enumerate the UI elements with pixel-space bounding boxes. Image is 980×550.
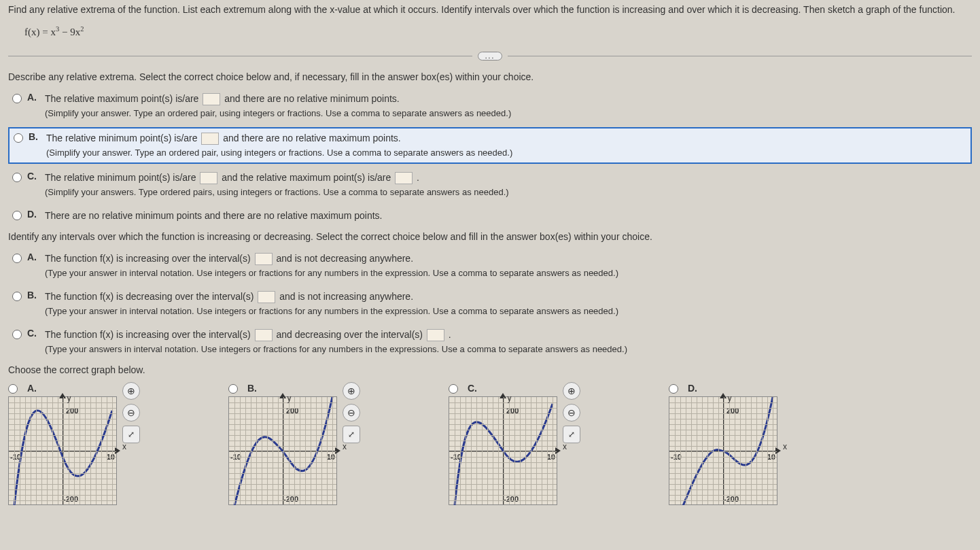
q1-choice-c[interactable]: C. The relative minimum point(s) is/are … bbox=[8, 168, 972, 202]
radio-q3-a[interactable] bbox=[8, 384, 18, 394]
text: The relative maximum point(s) is/are bbox=[45, 93, 201, 104]
choice-label: B. bbox=[27, 290, 39, 300]
graph-d[interactable]: 200 -200 -10 10 x y bbox=[669, 396, 777, 505]
tick-yneg: -200 bbox=[63, 495, 78, 503]
choice-label: A. bbox=[27, 383, 39, 394]
zoom-in-icon[interactable]: ⊕ bbox=[563, 382, 580, 400]
choice-label: C. bbox=[27, 171, 39, 182]
zoom-in-icon[interactable]: ⊕ bbox=[122, 382, 140, 400]
choice-label: C. bbox=[468, 383, 480, 394]
text: and decreasing over the interval(s) bbox=[276, 329, 425, 340]
radio-q3-c[interactable] bbox=[449, 384, 458, 394]
choice-label: D. bbox=[27, 209, 39, 220]
hint: (Type your answer in interval notation. … bbox=[45, 306, 618, 316]
q2-prompt: Identify any intervals over which the fu… bbox=[8, 231, 972, 242]
q1-prompt: Describe any relative extrema. Select th… bbox=[8, 71, 972, 82]
text: The relative minimum point(s) is/are bbox=[46, 133, 200, 143]
expand-icon[interactable]: ⤢ bbox=[122, 426, 140, 443]
expand-icon[interactable]: ⤢ bbox=[343, 426, 360, 443]
radio-q1-a[interactable] bbox=[12, 94, 22, 103]
radio-q3-d[interactable] bbox=[669, 384, 678, 394]
expand-icon[interactable]: ⤢ bbox=[563, 426, 580, 443]
graph-a[interactable]: 200 -200 -10 10 x y bbox=[8, 396, 117, 505]
axis-y-label: y bbox=[727, 394, 731, 403]
radio-q2-c[interactable] bbox=[12, 330, 22, 339]
text: The function f(x) is increasing over the… bbox=[45, 253, 253, 264]
choice-label: C. bbox=[27, 328, 39, 339]
more-button[interactable]: ... bbox=[478, 52, 502, 61]
graph-option-b: B. 200 -200 -10 10 x y ⊕ ⊖ bbox=[228, 382, 360, 505]
choice-label: B. bbox=[247, 383, 260, 394]
answer-input[interactable] bbox=[427, 329, 444, 341]
axis-x-label: x bbox=[783, 442, 787, 451]
q3-prompt: Choose the correct graph below. bbox=[8, 364, 972, 375]
radio-q2-b[interactable] bbox=[12, 292, 22, 301]
radio-q1-c[interactable] bbox=[12, 173, 22, 182]
graph-b[interactable]: 200 -200 -10 10 x y bbox=[228, 396, 337, 505]
text: The function f(x) is increasing over the… bbox=[45, 329, 253, 340]
q1-choice-d[interactable]: D. There are no relative minimum points … bbox=[8, 206, 972, 226]
zoom-in-icon[interactable]: ⊕ bbox=[343, 382, 360, 400]
answer-input[interactable] bbox=[255, 329, 273, 341]
q2-choice-b[interactable]: B. The function f(x) is decreasing over … bbox=[8, 287, 972, 321]
graph-option-d: D. 200 -200 -10 10 x y bbox=[669, 382, 777, 505]
q1-choice-b[interactable]: B. The relative minimum point(s) is/are … bbox=[8, 127, 972, 164]
text: There are no relative minimum points and… bbox=[45, 210, 382, 221]
choice-text: The relative minimum point(s) is/are and… bbox=[45, 171, 968, 199]
text: and is not decreasing anywhere. bbox=[276, 253, 413, 264]
divider-line bbox=[8, 56, 472, 56]
hint: (Simplify your answer. Type an ordered p… bbox=[46, 148, 512, 158]
axis-x-label: x bbox=[122, 442, 126, 451]
text: . bbox=[417, 172, 419, 183]
tick-yneg: -200 bbox=[283, 495, 298, 503]
divider: ... bbox=[8, 52, 972, 61]
hint: (Simplify your answer. Type an ordered p… bbox=[45, 108, 511, 118]
answer-input[interactable] bbox=[395, 172, 413, 184]
tick-yneg: -200 bbox=[504, 495, 519, 503]
graph-option-c: C. 200 -200 -10 10 x y ⊕ ⊖ bbox=[449, 382, 580, 505]
choice-label: A. bbox=[27, 252, 39, 262]
answer-input[interactable] bbox=[203, 93, 220, 105]
answer-input[interactable] bbox=[258, 291, 275, 303]
zoom-out-icon[interactable]: ⊖ bbox=[343, 404, 360, 422]
zoom-out-icon[interactable]: ⊖ bbox=[122, 404, 140, 422]
radio-q2-a[interactable] bbox=[12, 254, 22, 263]
q2-choice-c[interactable]: C. The function f(x) is increasing over … bbox=[8, 325, 972, 359]
tick-yneg: -200 bbox=[724, 495, 739, 503]
text: and is not increasing anywhere. bbox=[279, 291, 413, 302]
axis-y-label: y bbox=[507, 394, 511, 403]
axis-x-label: x bbox=[343, 442, 347, 451]
choice-text: The function f(x) is increasing over the… bbox=[45, 252, 968, 280]
text: The relative minimum point(s) is/are bbox=[45, 172, 198, 183]
graph-c[interactable]: 200 -200 -10 10 x y bbox=[449, 396, 557, 505]
graph-option-a: A. 200 -200 -10 10 x y ⊕ ⊖ bbox=[8, 382, 140, 505]
choice-label: D. bbox=[688, 383, 700, 394]
choice-text: The relative minimum point(s) is/are and… bbox=[46, 131, 966, 160]
radio-q3-b[interactable] bbox=[228, 384, 238, 394]
answer-input[interactable] bbox=[200, 172, 217, 184]
hint: (Type your answer in interval notation. … bbox=[45, 268, 618, 278]
q2-choice-a[interactable]: A. The function f(x) is increasing over … bbox=[8, 249, 972, 283]
problem-intro: Find any relative extrema of the functio… bbox=[8, 0, 972, 22]
divider-line bbox=[508, 56, 972, 56]
choice-text: The function f(x) is decreasing over the… bbox=[45, 290, 968, 318]
answer-input[interactable] bbox=[201, 133, 219, 145]
text: and there are no relative minimum points… bbox=[224, 93, 400, 104]
text: and the relative maximum point(s) is/are bbox=[222, 172, 393, 183]
choice-text: The relative maximum point(s) is/are and… bbox=[45, 92, 968, 120]
choice-text: The function f(x) is increasing over the… bbox=[45, 328, 968, 356]
q1-choice-a[interactable]: A. The relative maximum point(s) is/are … bbox=[8, 89, 972, 123]
function-formula: f(x) = x3 − 9x2 bbox=[8, 22, 972, 46]
radio-q1-b[interactable] bbox=[14, 133, 23, 143]
hint: (Simplify your answers. Type ordered pai… bbox=[45, 187, 509, 197]
choice-label: A. bbox=[27, 92, 39, 103]
answer-input[interactable] bbox=[255, 253, 273, 265]
axis-x-label: x bbox=[563, 442, 567, 451]
hint: (Type your answers in interval notation.… bbox=[45, 344, 627, 354]
graph-row: A. 200 -200 -10 10 x y ⊕ ⊖ bbox=[8, 382, 972, 505]
zoom-out-icon[interactable]: ⊖ bbox=[563, 404, 580, 422]
axis-y-label: y bbox=[67, 394, 71, 403]
text: The function f(x) is decreasing over the… bbox=[45, 291, 256, 302]
radio-q1-d[interactable] bbox=[12, 211, 22, 220]
text: . bbox=[449, 329, 451, 340]
